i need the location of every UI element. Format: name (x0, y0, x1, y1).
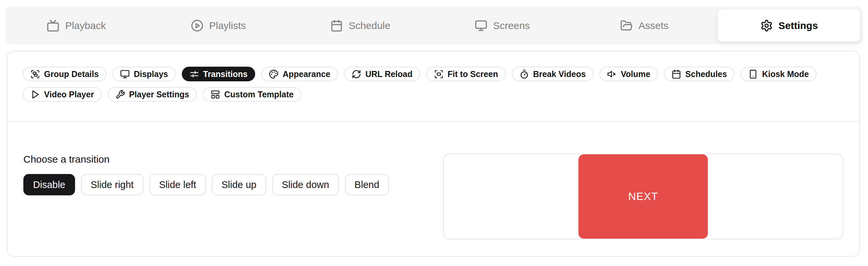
pill-label: Player Settings (129, 90, 189, 99)
pill-label: Volume (621, 69, 650, 79)
play-circle-icon (191, 19, 204, 32)
calendar-icon (330, 19, 343, 32)
pill-label: Schedules (685, 69, 727, 79)
tab-label: Settings (779, 20, 818, 31)
pill-label: Video Player (44, 90, 94, 99)
transition-option-slide-right[interactable]: Slide right (81, 174, 144, 195)
wrench-icon (116, 90, 125, 99)
pill-label: URL Reload (365, 69, 412, 79)
pill-schedules[interactable]: Schedules (664, 67, 735, 81)
transition-chooser: Choose a transition Disable Slide right … (23, 154, 443, 195)
tab-playlists[interactable]: Playlists (148, 7, 289, 44)
transitions-panel: Choose a transition Disable Slide right … (7, 122, 859, 239)
top-nav: Playback Playlists Schedule Screens Asse… (5, 7, 863, 44)
pill-label: Transitions (203, 69, 248, 79)
pill-label: Custom Template (224, 90, 293, 99)
pill-label: Displays (134, 69, 168, 79)
pill-label: Fit to Screen (448, 69, 498, 79)
pill-fit-to-screen[interactable]: Fit to Screen (426, 67, 506, 81)
folder-open-icon (620, 19, 633, 32)
pill-label: Break Videos (533, 69, 586, 79)
tab-settings[interactable]: Settings (718, 9, 860, 42)
pill-break-videos[interactable]: Break Videos (512, 67, 593, 81)
pill-player-settings[interactable]: Player Settings (108, 87, 197, 102)
tab-screens[interactable]: Screens (431, 7, 574, 44)
settings-card: Group Details Displays Transitions Appea… (7, 51, 860, 257)
pill-url-reload[interactable]: URL Reload (344, 67, 420, 81)
layout-template-icon (211, 90, 220, 99)
transition-option-disable[interactable]: Disable (23, 174, 75, 195)
transition-option-slide-left[interactable]: Slide left (150, 174, 206, 195)
subnav-row-2: Video Player Player Settings Custom Temp… (23, 87, 844, 102)
sliders-icon (189, 69, 199, 79)
pill-appearance[interactable]: Appearance (261, 67, 338, 81)
gear-icon (760, 19, 773, 32)
transition-options: Disable Slide right Slide left Slide up … (23, 174, 443, 195)
subnav-row-1: Group Details Displays Transitions Appea… (23, 67, 844, 81)
tv-icon (47, 19, 59, 32)
monitor-icon (475, 19, 487, 32)
tab-label: Assets (639, 20, 669, 31)
pill-label: Kiosk Mode (762, 69, 809, 79)
transition-option-slide-up[interactable]: Slide up (212, 174, 266, 195)
pill-transitions[interactable]: Transitions (182, 67, 255, 81)
play-icon (30, 90, 40, 99)
tab-playback[interactable]: Playback (5, 7, 148, 44)
fullscreen-icon (434, 69, 444, 79)
pill-label: Group Details (44, 69, 99, 79)
tablet-icon (748, 69, 758, 79)
section-heading: Choose a transition (23, 154, 443, 165)
tab-label: Schedule (349, 20, 390, 31)
transition-option-slide-down[interactable]: Slide down (272, 174, 339, 195)
pill-label: Appearance (283, 69, 330, 79)
timer-icon (519, 69, 529, 79)
tab-schedule[interactable]: Schedule (289, 7, 431, 44)
pill-kiosk-mode[interactable]: Kiosk Mode (741, 67, 816, 81)
transition-option-blend[interactable]: Blend (345, 174, 389, 195)
app-window: Playback Playlists Schedule Screens Asse… (0, 0, 868, 266)
tab-label: Playlists (209, 20, 246, 31)
pill-custom-template[interactable]: Custom Template (203, 87, 301, 102)
pill-volume[interactable]: Volume (599, 67, 658, 81)
group-icon (30, 69, 40, 79)
palette-icon (269, 69, 279, 79)
pill-displays[interactable]: Displays (113, 67, 176, 81)
pill-group-details[interactable]: Group Details (23, 67, 106, 81)
volume-icon (607, 69, 617, 79)
transition-preview: NEXT (443, 154, 843, 239)
preview-next-box: NEXT (579, 154, 708, 239)
refresh-icon (351, 69, 361, 79)
calendar-icon (672, 69, 681, 79)
monitor-icon (120, 69, 130, 79)
tab-assets[interactable]: Assets (574, 7, 716, 44)
tab-label: Playback (65, 20, 106, 31)
tab-label: Screens (493, 20, 530, 31)
settings-subnav: Group Details Displays Transitions Appea… (7, 51, 859, 122)
pill-video-player[interactable]: Video Player (23, 87, 102, 102)
